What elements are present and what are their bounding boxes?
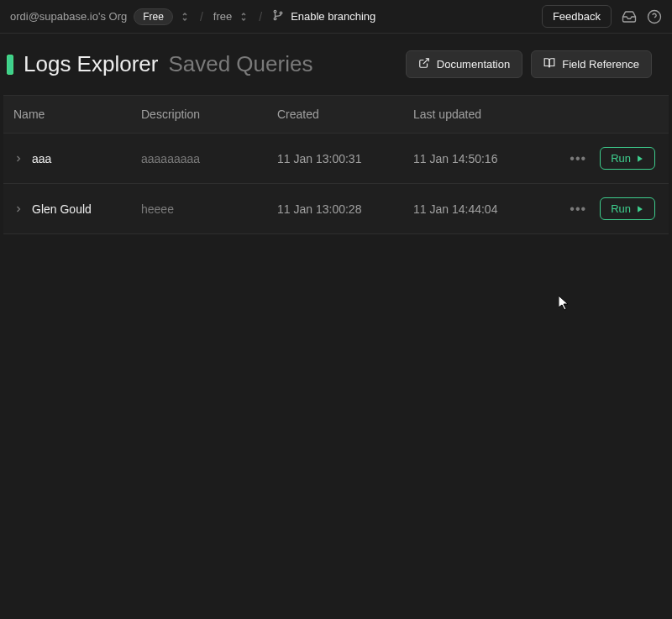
column-updated: Last updated	[413, 108, 570, 121]
svg-point-0	[274, 10, 276, 13]
breadcrumb-separator: /	[259, 10, 262, 24]
play-icon	[636, 155, 644, 163]
header-actions: Documentation Field Reference	[406, 50, 652, 78]
column-description: Description	[141, 108, 277, 121]
branch-icon	[272, 9, 284, 24]
row-actions: ••• Run	[539, 147, 659, 170]
query-updated: 11 Jan 14:44:04	[413, 202, 539, 216]
svg-marker-6	[638, 155, 643, 162]
logs-icon	[7, 55, 13, 75]
svg-point-3	[648, 10, 661, 23]
more-icon[interactable]: •••	[570, 151, 586, 166]
inbox-icon[interactable]	[622, 9, 637, 24]
page-title-group: Logs Explorer Saved Queries	[7, 51, 312, 77]
feedback-button[interactable]: Feedback	[542, 5, 612, 28]
page-title: Logs Explorer	[24, 51, 158, 77]
query-created: 11 Jan 13:00:28	[277, 202, 413, 216]
field-reference-label: Field Reference	[562, 58, 639, 71]
queries-table: Name Description Created Last updated aa…	[3, 95, 669, 234]
run-button[interactable]: Run	[600, 147, 655, 170]
more-icon[interactable]: •••	[570, 202, 586, 217]
book-icon	[543, 57, 555, 71]
svg-line-5	[423, 59, 428, 64]
query-updated: 11 Jan 14:50:16	[413, 152, 539, 165]
svg-marker-7	[638, 206, 643, 212]
row-actions: ••• Run	[539, 197, 659, 220]
documentation-button[interactable]: Documentation	[406, 50, 522, 78]
external-link-icon	[418, 57, 430, 71]
run-label: Run	[611, 152, 631, 165]
query-created: 11 Jan 13:00:31	[277, 152, 413, 165]
query-description: aaaaaaaaa	[141, 152, 277, 165]
table-header: Name Description Created Last updated	[3, 95, 669, 134]
play-icon	[636, 205, 644, 213]
svg-point-2	[280, 12, 282, 14]
page-subtitle: Saved Queries	[168, 51, 312, 77]
breadcrumb: ordi@supabase.io's Org Free / free / Ena…	[10, 8, 375, 25]
field-reference-button[interactable]: Field Reference	[531, 50, 652, 78]
enable-branching-button[interactable]: Enable branching	[291, 10, 375, 23]
page-header: Logs Explorer Saved Queries Documentatio…	[0, 34, 672, 95]
table-row[interactable]: aaa aaaaaaaaa 11 Jan 13:00:31 11 Jan 14:…	[3, 134, 669, 184]
plan-badge: Free	[134, 8, 173, 25]
query-name: Glen Gould	[32, 202, 141, 216]
topbar: ordi@supabase.io's Org Free / free / Ena…	[0, 0, 672, 34]
column-created: Created	[277, 108, 413, 121]
run-label: Run	[611, 202, 631, 215]
column-name: Name	[13, 108, 141, 121]
cursor-icon	[559, 296, 572, 312]
org-name[interactable]: ordi@supabase.io's Org	[10, 10, 127, 23]
help-icon[interactable]	[647, 9, 662, 24]
column-actions	[570, 108, 659, 121]
table-row[interactable]: Glen Gould heeee 11 Jan 13:00:28 11 Jan …	[3, 184, 669, 234]
documentation-label: Documentation	[437, 58, 510, 71]
chevron-right-icon[interactable]	[13, 204, 32, 214]
run-button[interactable]: Run	[600, 197, 655, 220]
query-description: heeee	[141, 202, 277, 216]
chevron-right-icon[interactable]	[13, 154, 32, 164]
project-name[interactable]: free	[213, 10, 232, 23]
query-name: aaa	[32, 152, 141, 165]
topbar-actions: Feedback	[542, 5, 662, 28]
breadcrumb-separator: /	[200, 10, 203, 24]
org-switcher-icon[interactable]	[180, 11, 190, 23]
project-switcher-icon[interactable]	[239, 11, 249, 23]
svg-point-1	[274, 18, 276, 20]
